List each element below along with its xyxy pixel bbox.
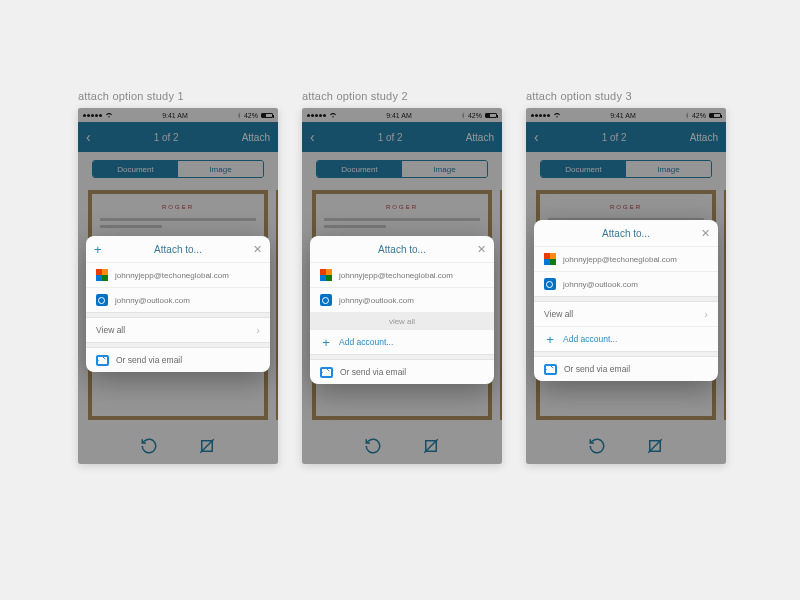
view-all-row[interactable]: View all › — [86, 318, 270, 342]
study-label: attach option study 1 — [78, 90, 278, 102]
send-email-label: Or send via email — [116, 355, 182, 365]
sheet-title: Attach to... — [378, 244, 426, 255]
account-office-row[interactable]: johnnyjepp@techoneglobal.com — [534, 247, 718, 271]
chevron-right-icon: › — [256, 324, 260, 336]
plus-icon: + — [544, 332, 556, 347]
office-icon — [320, 269, 332, 281]
close-icon[interactable]: ✕ — [701, 227, 710, 240]
add-icon[interactable]: + — [94, 242, 102, 257]
chevron-right-icon: › — [704, 308, 708, 320]
send-email-row[interactable]: Or send via email — [534, 357, 718, 381]
outlook-icon — [320, 294, 332, 306]
add-account-row[interactable]: + Add account... — [310, 330, 494, 354]
phone-frame: 9:41 AM ᚼ 42% ‹ 1 of 2 Attach Document I… — [302, 108, 502, 464]
account-outlook-row[interactable]: johnny@outlook.com — [86, 288, 270, 312]
send-email-row[interactable]: Or send via email — [86, 348, 270, 372]
account-office-row[interactable]: johnnyjepp@techoneglobal.com — [86, 263, 270, 287]
sheet-title: Attach to... — [602, 228, 650, 239]
phone-frame: 9:41 AM ᚼ 42% ‹ 1 of 2 Attach Document I… — [526, 108, 726, 464]
mail-icon — [96, 355, 109, 366]
account-outlook-label: johnny@outlook.com — [115, 296, 190, 305]
account-outlook-row[interactable]: johnny@outlook.com — [310, 288, 494, 312]
study-3: attach option study 3 9:41 AM ᚼ 42% ‹ 1 … — [526, 90, 726, 464]
study-1: attach option study 1 9:41 AM ᚼ 42% ‹ 1 … — [78, 90, 278, 464]
sheet-header: + Attach to... ✕ — [86, 236, 270, 262]
mail-icon — [320, 367, 333, 378]
mail-icon — [544, 364, 557, 375]
view-all-label: view all — [389, 317, 415, 326]
close-icon[interactable]: ✕ — [253, 243, 262, 256]
add-account-label: Add account... — [339, 337, 393, 347]
attach-sheet: Attach to... ✕ johnnyjepp@techoneglobal.… — [310, 236, 494, 384]
attach-sheet: + Attach to... ✕ johnnyjepp@techonegloba… — [86, 236, 270, 372]
office-icon — [544, 253, 556, 265]
view-all-row[interactable]: View all › — [534, 302, 718, 326]
view-all-label: View all — [96, 325, 125, 335]
send-email-row[interactable]: Or send via email — [310, 360, 494, 384]
add-account-row[interactable]: + Add account... — [534, 327, 718, 351]
study-2: attach option study 2 9:41 AM ᚼ 42% ‹ 1 … — [302, 90, 502, 464]
account-office-label: johnnyjepp@techoneglobal.com — [115, 271, 229, 280]
office-icon — [96, 269, 108, 281]
view-all-row[interactable]: view all — [310, 312, 494, 330]
phone-frame: 9:41 AM ᚼ 42% ‹ 1 of 2 Attach Document I… — [78, 108, 278, 464]
outlook-icon — [96, 294, 108, 306]
close-icon[interactable]: ✕ — [477, 243, 486, 256]
plus-icon: + — [320, 335, 332, 350]
account-outlook-row[interactable]: johnny@outlook.com — [534, 272, 718, 296]
account-office-row[interactable]: johnnyjepp@techoneglobal.com — [310, 263, 494, 287]
sheet-title: Attach to... — [154, 244, 202, 255]
study-label: attach option study 2 — [302, 90, 502, 102]
outlook-icon — [544, 278, 556, 290]
study-label: attach option study 3 — [526, 90, 726, 102]
attach-sheet: Attach to... ✕ johnnyjepp@techoneglobal.… — [534, 220, 718, 381]
